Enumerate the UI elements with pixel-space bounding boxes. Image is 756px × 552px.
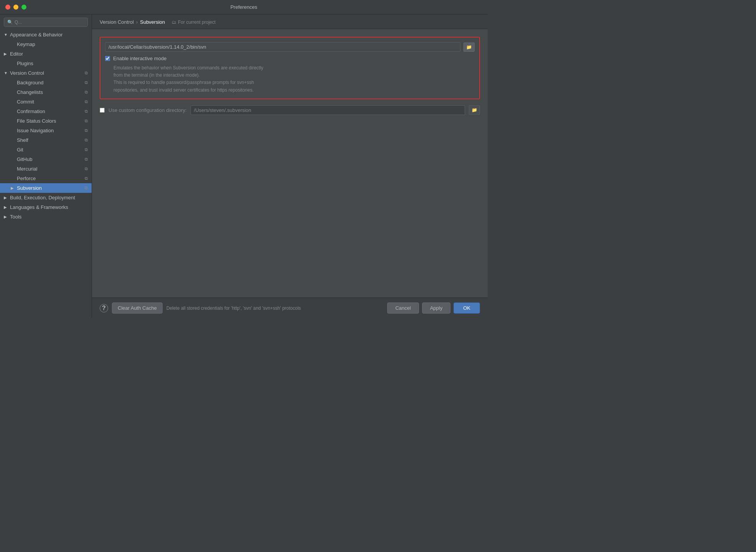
sidebar-item-label: Tools (10, 214, 21, 220)
sidebar-item-issue-navigation[interactable]: Issue Navigation⧉ (0, 126, 92, 135)
maximize-button[interactable] (21, 5, 26, 10)
main-content: 🔍 Q... ▼Appearance & BehaviorKeymap▶Edit… (0, 15, 488, 318)
footer-right: Cancel Apply OK (387, 302, 480, 314)
copy-icon: ⧉ (85, 118, 88, 123)
copy-icon: ⧉ (85, 166, 88, 171)
interactive-mode-description: Emulates the behavior when Subversion co… (105, 64, 475, 94)
content-panel: Version Control › Subversion 🗂 For curre… (92, 15, 488, 318)
sidebar-item-shelf[interactable]: Shelf⧉ (0, 135, 92, 145)
clear-auth-cache-button[interactable]: Clear Auth Cache (112, 302, 163, 314)
use-custom-config-label[interactable]: Use custom configuration directory: (108, 107, 187, 113)
config-path-input[interactable] (191, 105, 465, 115)
help-button[interactable]: ? (100, 304, 108, 312)
svn-path-folder-button[interactable]: 📁 (463, 43, 475, 52)
sidebar-item-plugins[interactable]: Plugins (0, 59, 92, 68)
sidebar-item-label: Languages & Frameworks (10, 204, 68, 210)
sidebar-item-background[interactable]: Background⧉ (0, 78, 92, 87)
arrow-icon: ▶ (4, 205, 8, 209)
arrow-icon: ▶ (4, 196, 8, 200)
svn-path-row: 📁 (105, 42, 475, 52)
sidebar-item-label: Version Control (10, 70, 44, 76)
search-box[interactable]: 🔍 Q... (4, 18, 88, 27)
breadcrumb: Version Control › Subversion 🗂 For curre… (100, 19, 215, 25)
arrow-icon: ▼ (4, 33, 8, 37)
copy-icon: ⧉ (85, 186, 88, 191)
svn-path-input[interactable] (105, 42, 460, 52)
apply-button[interactable]: Apply (422, 302, 451, 314)
copy-icon: ⧉ (85, 138, 88, 143)
svn-config-box: 📁 Enable interactive mode Emulates the b… (100, 37, 480, 99)
enable-interactive-row: Enable interactive mode (105, 56, 475, 61)
clear-auth-description: Delete all stored credentials for 'http'… (166, 306, 301, 311)
arrow-icon: ▶ (4, 52, 8, 56)
sidebar-item-label: Issue Navigation (17, 128, 54, 133)
footer: ? Clear Auth Cache Delete all stored cre… (92, 297, 488, 318)
sidebar-item-languages-frameworks[interactable]: ▶Languages & Frameworks (0, 202, 92, 212)
window-title: Preferences (230, 4, 257, 10)
close-button[interactable] (5, 5, 10, 10)
enable-interactive-checkbox[interactable] (105, 56, 110, 61)
copy-icon: ⧉ (85, 157, 88, 162)
footer-left: ? Clear Auth Cache Delete all stored cre… (100, 302, 301, 314)
sidebar-item-label: Confirmation (17, 108, 45, 114)
arrow-icon: ▶ (4, 215, 8, 219)
sidebar-item-label: Subversion (17, 185, 42, 191)
sidebar-item-tools[interactable]: ▶Tools (0, 212, 92, 222)
sidebar-item-commit[interactable]: Commit⧉ (0, 97, 92, 107)
sidebar-item-editor[interactable]: ▶Editor (0, 49, 92, 59)
sidebar-item-file-status-colors[interactable]: File Status Colors⧉ (0, 116, 92, 126)
ok-button[interactable]: OK (454, 302, 480, 314)
config-folder-button[interactable]: 📁 (469, 105, 480, 115)
breadcrumb-current: Subversion (140, 19, 165, 25)
copy-icon: ⧉ (85, 71, 88, 76)
sidebar-item-github[interactable]: GitHub⧉ (0, 154, 92, 164)
search-icon: 🔍 (7, 20, 13, 25)
sidebar-item-build-execution-deployment[interactable]: ▶Build, Execution, Deployment (0, 193, 92, 202)
sidebar-item-label: Changelists (17, 89, 43, 95)
sidebar-item-label: Background (17, 80, 43, 85)
sidebar-item-keymap[interactable]: Keymap (0, 39, 92, 49)
sidebar-item-mercurial[interactable]: Mercurial⧉ (0, 164, 92, 174)
sidebar-item-label: Keymap (17, 41, 35, 47)
sidebar-item-label: Build, Execution, Deployment (10, 195, 75, 200)
sidebar: 🔍 Q... ▼Appearance & BehaviorKeymap▶Edit… (0, 15, 92, 318)
content-header: Version Control › Subversion 🗂 For curre… (92, 15, 488, 29)
cancel-button[interactable]: Cancel (387, 302, 419, 314)
search-placeholder: Q... (15, 20, 22, 25)
arrow-icon: ▼ (4, 71, 8, 75)
project-icon: 🗂 (172, 20, 176, 25)
content-body: 📁 Enable interactive mode Emulates the b… (92, 29, 488, 297)
enable-interactive-label[interactable]: Enable interactive mode (113, 56, 166, 61)
project-label: For current project (178, 20, 215, 25)
minimize-button[interactable] (13, 5, 18, 10)
titlebar: Preferences (0, 0, 488, 15)
sidebar-item-label: GitHub (17, 156, 32, 162)
sidebar-item-confirmation[interactable]: Confirmation⧉ (0, 107, 92, 116)
sidebar-item-version-control[interactable]: ▼Version Control⧉ (0, 68, 92, 78)
breadcrumb-parent[interactable]: Version Control (100, 19, 134, 25)
sidebar-item-label: Shelf (17, 137, 28, 143)
copy-icon: ⧉ (85, 147, 88, 152)
sidebar-item-git[interactable]: Git⧉ (0, 145, 92, 154)
copy-icon: ⧉ (85, 176, 88, 181)
copy-icon: ⧉ (85, 128, 88, 133)
sidebar-item-label: Mercurial (17, 166, 37, 172)
copy-icon: ⧉ (85, 109, 88, 114)
arrow-icon: ▶ (11, 186, 15, 190)
breadcrumb-project: 🗂 For current project (172, 20, 215, 25)
sidebar-item-label: Editor (10, 51, 23, 57)
breadcrumb-separator: › (136, 19, 138, 25)
sidebar-item-subversion[interactable]: ▶Subversion⧉ (0, 183, 92, 193)
sidebar-item-label: Appearance & Behavior (10, 32, 62, 38)
sidebar-item-label: File Status Colors (17, 118, 56, 124)
sidebar-item-perforce[interactable]: Perforce⧉ (0, 174, 92, 183)
sidebar-nav: ▼Appearance & BehaviorKeymap▶EditorPlugi… (0, 30, 92, 318)
sidebar-item-label: Perforce (17, 176, 36, 181)
sidebar-item-label: Plugins (17, 61, 33, 66)
sidebar-item-changelists[interactable]: Changelists⧉ (0, 87, 92, 97)
use-custom-config-checkbox[interactable] (100, 108, 105, 113)
copy-icon: ⧉ (85, 99, 88, 104)
preferences-window: Preferences 🔍 Q... ▼Appearance & Behavio… (0, 0, 488, 318)
sidebar-item-appearance-behavior[interactable]: ▼Appearance & Behavior (0, 30, 92, 39)
custom-config-row: Use custom configuration directory: 📁 (100, 105, 480, 115)
